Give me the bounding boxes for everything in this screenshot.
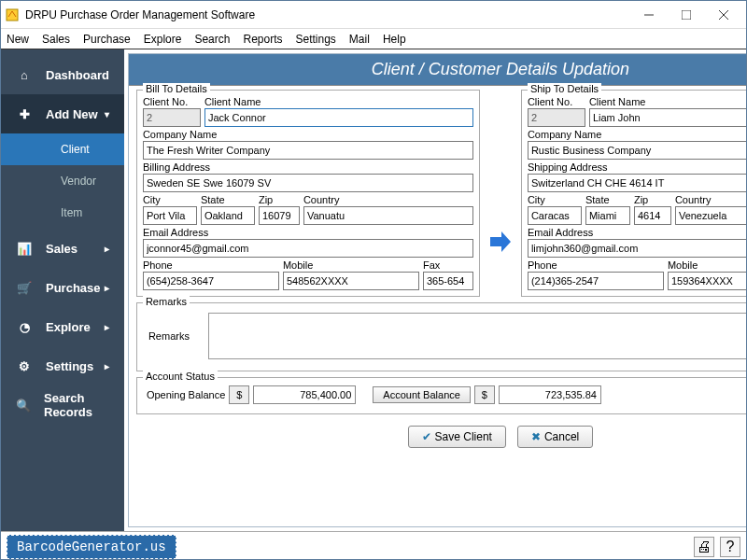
svg-rect-2 [682,10,691,20]
ship-to-group: Ship To Details Client No. Client Name C… [521,90,747,297]
account-status-group: Account Status Opening Balance $ Account… [136,377,747,414]
titlebar: DRPU Purchase Order Management Software [1,1,746,29]
opening-balance-label: Opening Balance [147,389,225,400]
ship-city-input[interactable] [528,206,582,225]
chevron-right-icon: ▸ [105,322,109,332]
check-icon: ✔ [422,430,431,443]
sidebar-label: Purchase [46,281,101,295]
sidebar-sub-item[interactable]: Item [1,197,124,229]
ship-address-input[interactable] [528,174,747,192]
currency-symbol: $ [229,385,249,404]
chevron-right-icon: ▸ [105,283,109,293]
sidebar-item-purchase[interactable]: 🛒Purchase▸ [1,268,124,307]
sidebar-item-sales[interactable]: 📊Sales▸ [1,229,124,268]
opening-balance-input[interactable] [253,385,356,404]
bill-phone-input[interactable] [143,272,279,290]
window-title: DRPU Purchase Order Management Software [25,8,630,21]
ship-company-input[interactable] [528,141,747,160]
help-icon: ? [726,539,735,555]
menu-help[interactable]: Help [383,33,406,46]
bill-to-legend: Bill To Details [143,83,210,94]
remarks-legend: Remarks [143,296,190,307]
ship-zip-input[interactable] [634,206,671,225]
menu-reports[interactable]: Reports [243,33,282,46]
sidebar: ⌂Dashboard ✚Add New▾ Client Vendor Item … [1,49,124,531]
sidebar-label: Explore [46,320,91,334]
footer-ribbon: BarcodeGenerator.us [7,535,176,559]
bill-city-input[interactable] [143,206,197,225]
ship-to-legend: Ship To Details [528,83,601,94]
search-icon: 🔍 [16,399,31,413]
remarks-label: Remarks [148,330,190,342]
panel-header: Client / Customer Details Updation Close [129,54,747,86]
remarks-textarea[interactable] [208,313,747,359]
bill-state-input[interactable] [201,206,255,225]
help-button[interactable]: ? [720,537,740,557]
home-icon: ⌂ [16,68,33,82]
menu-sales[interactable]: Sales [42,33,70,46]
remarks-group: Remarks Remarks [136,302,747,371]
save-client-button[interactable]: ✔Save Client [408,426,506,448]
arrow-separator [487,90,514,301]
bill-address-input[interactable] [143,174,473,192]
app-icon [5,7,20,22]
sidebar-label: Sales [46,242,78,256]
arrow-right-icon [488,230,513,254]
sidebar-label: Dashboard [46,68,109,82]
sidebar-item-dashboard[interactable]: ⌂Dashboard [1,55,124,94]
bill-mobile-input[interactable] [283,272,419,290]
menu-explore[interactable]: Explore [144,33,182,46]
close-window-button[interactable] [705,2,742,28]
chevron-down-icon: ▾ [105,109,109,119]
menu-settings[interactable]: Settings [296,33,336,46]
printer-icon: 🖨 [697,539,712,555]
bill-email-input[interactable] [143,239,473,258]
client-details-panel: Client / Customer Details Updation Close… [128,53,747,527]
sidebar-item-add-new[interactable]: ✚Add New▾ [1,94,124,133]
menu-purchase[interactable]: Purchase [83,33,131,46]
bill-zip-input[interactable] [259,206,300,225]
ship-state-input[interactable] [585,206,630,225]
menu-mail[interactable]: Mail [349,33,370,46]
ship-country-input[interactable] [675,206,747,225]
bill-client-no-input [143,108,201,127]
minimize-button[interactable] [630,2,668,28]
sidebar-sub-client[interactable]: Client [1,133,124,165]
bill-country-input[interactable] [303,206,473,225]
currency-symbol: $ [474,385,495,404]
menu-new[interactable]: New [7,33,29,46]
ship-mobile-input[interactable] [668,272,747,290]
bill-company-input[interactable] [143,141,473,160]
sidebar-sub-vendor[interactable]: Vendor [1,165,124,197]
sidebar-item-explore[interactable]: ◔Explore▸ [1,307,124,346]
print-button[interactable]: 🖨 [694,537,714,557]
account-balance-input[interactable] [499,385,601,404]
ship-phone-input[interactable] [528,272,664,290]
bill-client-name-input[interactable] [204,108,473,127]
x-icon: ✖ [531,430,541,443]
chart-icon: 📊 [16,242,33,256]
sidebar-label: Add New [46,107,98,121]
chevron-right-icon: ▸ [105,244,109,254]
ship-email-input[interactable] [528,239,747,258]
sidebar-item-search-records[interactable]: 🔍Search Records [1,385,124,425]
sidebar-label: Search Records [44,391,109,419]
bill-to-group: Bill To Details Client No. Client Name C… [136,90,480,297]
plus-icon: ✚ [16,107,33,121]
chevron-right-icon: ▸ [105,361,109,371]
pie-icon: ◔ [16,320,33,334]
gear-icon: ⚙ [16,359,33,373]
account-balance-button[interactable]: Account Balance [373,386,471,403]
bill-fax-input[interactable] [423,272,473,290]
ship-client-name-input[interactable] [589,108,747,127]
panel-title: Client / Customer Details Updation [372,60,629,79]
sidebar-item-settings[interactable]: ⚙Settings▸ [1,346,124,385]
menubar: New Sales Purchase Explore Search Report… [1,29,746,49]
sidebar-label: Settings [46,359,93,373]
cart-icon: 🛒 [16,281,33,295]
menu-search[interactable]: Search [194,33,230,46]
ship-client-no-input [528,108,585,127]
cancel-button[interactable]: ✖Cancel [517,426,593,448]
maximize-button[interactable] [668,2,705,28]
footer: BarcodeGenerator.us 🖨 ? [1,531,746,560]
